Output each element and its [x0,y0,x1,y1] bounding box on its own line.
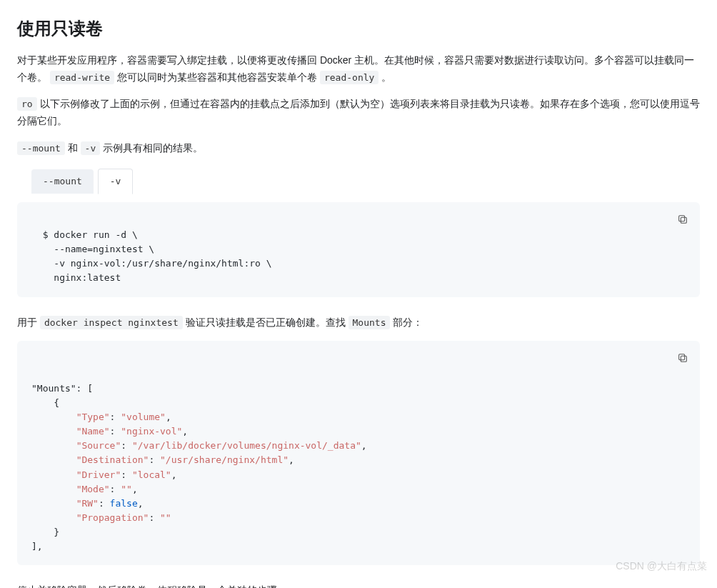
text: 以下示例修改了上面的示例，但通过在容器内的挂载点之后添加到（默认为空）选项列表来… [17,98,700,126]
code-text: "Mounts": [ { "Type": "volume", "Name": … [31,383,367,552]
text: 验证只读挂载是否已正确创建。查找 [186,317,349,328]
code-inspect: docker inspect nginxtest [40,316,183,329]
svg-rect-0 [681,217,686,223]
paragraph-intro: 对于某些开发应用程序，容器需要写入绑定挂载，以便将更改传播回 Docker 主机… [17,52,700,86]
code-tabs: --mount -v [31,169,700,194]
text: 和 [68,142,81,154]
text: 您可以同时为某些容器和其他容器安装单个卷 [117,71,320,83]
copy-button[interactable] [673,348,693,368]
tab-v[interactable]: -v [98,169,134,194]
text: 用于 [17,317,40,328]
svg-rect-3 [679,354,685,360]
code-ro: ro [17,97,37,111]
code-block-mounts-json: "Mounts": [ { "Type": "volume", "Name": … [17,341,700,565]
paragraph-ro: ro 以下示例修改了上面的示例，但通过在容器内的挂载点之后添加到（默认为空）选项… [17,96,700,130]
tab-mount[interactable]: --mount [31,169,94,194]
code-block-docker-run: $ docker run -d \ --name=nginxtest \ -v … [17,202,700,297]
code-mounts-key: Mounts [349,316,391,329]
paragraph-inspect: 用于 docker inspect nginxtest 验证只读挂载是否已正确创… [17,314,700,332]
text: 示例具有相同的结果。 [103,142,203,154]
text: 。 [381,71,391,83]
svg-rect-1 [679,216,685,221]
page-heading: 使用只读卷 [17,14,700,44]
copy-icon [677,214,688,225]
code-text: $ docker run -d \ --name=nginxtest \ -v … [31,229,272,283]
code-mount-flag: --mount [17,141,65,155]
paragraph-same-result: --mount 和 -v 示例具有相同的结果。 [17,140,700,157]
copy-button[interactable] [673,209,693,229]
copy-icon [677,352,688,364]
svg-rect-2 [681,357,686,362]
code-read-write: read-write [50,71,114,84]
code-read-only: read-only [320,71,378,84]
text: 部分： [393,317,423,328]
code-v-flag: -v [81,141,101,155]
paragraph-cleanup: 停止并移除容器，然后移除卷。体积移除是一个单独的步骤。 [17,582,700,588]
